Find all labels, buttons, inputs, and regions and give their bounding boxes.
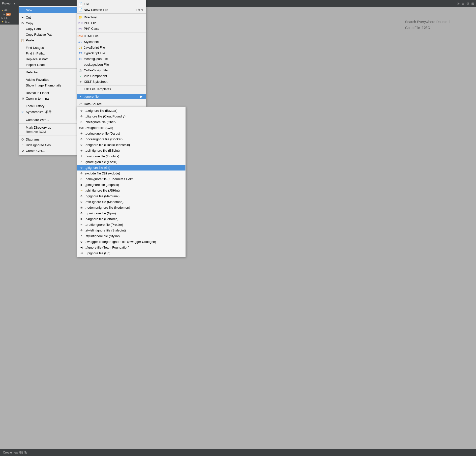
submenu-new-file[interactable]: 📄 File — [77, 1, 146, 7]
toolbar-icon-refresh[interactable]: ⟳ — [457, 2, 460, 5]
toolbar-icon-expand[interactable]: ⊞ — [471, 2, 474, 5]
ignore-stylelintignore[interactable]: ⊙ .stylelintignore file (StyleLint) — [77, 228, 185, 233]
ignore-mtn-ignore[interactable]: ⊙ .mtn-ignore file (Monotone) — [77, 199, 185, 205]
submenu-new-edit-templates[interactable]: Edit File Templates... — [77, 86, 146, 92]
fossil-icon: ↗ — [79, 160, 84, 164]
ignore-flooignore[interactable]: ↗ .flooignore file (Floobits) — [77, 153, 185, 159]
toolbar-dropdown-icon[interactable]: ▼ — [13, 2, 16, 5]
diagrams-icon: ⬡ — [20, 138, 25, 141]
menu-item-synchronize-label: Synchronize '项目' — [26, 110, 52, 114]
submenu-new-scratch[interactable]: 📄 New Scratch File ⇧⌘N — [77, 7, 146, 13]
submenu-new-php-file[interactable]: PHP PHP File — [77, 20, 146, 26]
helmignore-label: .helmignore file (Kubernetes Helm) — [85, 177, 135, 181]
submenu-new-package-json-label: package.json File — [84, 63, 109, 66]
stylelintignore-label: .stylelintignore file (StyleLint) — [85, 228, 126, 232]
ignore-hgignore[interactable]: ⊙ .hgignore file (Mercurial) — [77, 193, 185, 199]
submenu-new-xslt[interactable]: ◈ XSLT Stylesheet — [77, 79, 146, 85]
ignore-stylintignore[interactable]: ƒ .stylintignore file (Stylint) — [77, 233, 185, 239]
chefignore-icon: ⊙ — [79, 120, 84, 124]
toolbar-icon-add[interactable]: ⊕ — [462, 2, 464, 5]
boringignore-label: .boringignore file (Darcs) — [85, 132, 120, 135]
bottom-bar-label: Create new Git file — [3, 451, 28, 454]
submenu-new-php-class-label: PHP Class — [84, 27, 99, 30]
tree-item-project[interactable]: ▼ 项… — [1, 8, 18, 12]
mtn-ignore-icon: ⊙ — [79, 200, 84, 203]
submenu-new-tsconfig[interactable]: TS tsconfig.json File — [77, 56, 146, 62]
stylelintignore-icon: ⊙ — [79, 229, 84, 232]
fossil-label: ignore-glob file (Fossil) — [85, 160, 118, 164]
menu-item-copy-path-label: Copy Path — [26, 27, 41, 31]
tree-item-ex[interactable]: ▶ Ex… — [1, 16, 18, 20]
submenu-new-ignore-file-arrow: ▶ — [138, 95, 143, 98]
menu-item-copy-relative-path-label: Copy Relative Path — [26, 33, 53, 36]
html-icon: HTML — [78, 35, 83, 37]
file-icon: 📄 — [78, 2, 83, 6]
paste-icon: 📋 — [20, 39, 25, 42]
eslintignore-icon: ⊙ — [79, 149, 84, 152]
menu-item-find-usages-label: Find Usages — [26, 46, 44, 50]
ignore-cfignore[interactable]: ⊙ .cfignore file (CloudFoundry) — [77, 114, 185, 119]
directory-icon: 📁 — [78, 15, 83, 19]
ignore-npmignore[interactable]: ⊙ .npmignore file (Npm) — [77, 210, 185, 216]
ignore-tfignore[interactable]: ◀ .tfignore file (Team Foundation) — [77, 245, 185, 250]
ignore-bzrignore[interactable]: ⊙ .bzrignore file (Bazaar) — [77, 108, 185, 114]
goto-file-text: Go to File — [405, 26, 421, 30]
info-panel: Search Everywhere Double ⇧ Go to File ⇧⌘… — [405, 20, 451, 30]
copy-icon: ⧉ — [20, 22, 25, 25]
submenu-new-directory[interactable]: 📁 Directory — [77, 14, 146, 20]
ignore-swagger-codegen[interactable]: ⊙ .swagger-codegen-ignore file (Swagger … — [77, 239, 185, 245]
ignore-dockerignore[interactable]: ⊙ .dockerignore file (Docker) — [77, 136, 185, 142]
scratch-file-icon: 📄 — [78, 8, 83, 12]
ignore-chefignore[interactable]: ⊙ .chefignore file (Chef) — [77, 119, 185, 125]
toolbar-project-label: Project — [2, 2, 11, 5]
toolbar-icon-settings[interactable]: ⚙ — [466, 2, 469, 5]
submenu-new-div3 — [77, 85, 146, 86]
submenu-new-div2 — [77, 32, 146, 32]
search-everywhere-shortcut: Double ⇧ — [436, 20, 451, 24]
ignore-p4ignore[interactable]: ≋ .p4ignore file (Perforce) — [77, 216, 185, 222]
ignore-cvsignore[interactable]: CVS .cvsignore file (Cvs) — [77, 125, 185, 131]
submenu-new-vue[interactable]: V Vue Component — [77, 73, 146, 79]
tree-item-sc[interactable]: ▼ Sc… — [1, 20, 18, 24]
menu-item-inspect-code-label: Inspect Code... — [26, 63, 47, 67]
package-json-icon: {} — [78, 63, 83, 66]
menu-item-hide-ignored-label: Hide ignored files — [26, 143, 51, 147]
submenu-new-package-json[interactable]: {} package.json File — [77, 62, 146, 67]
submenu-new-ignore-file[interactable]: • .ignore file ▶ — [77, 94, 146, 99]
submenu-new-coffeescript[interactable]: ☕ CoffeeScript File — [77, 67, 146, 73]
goto-file-hint: Go to File ⇧⌘O — [405, 26, 451, 30]
submenu-new-stylesheet[interactable]: CSS Stylesheet — [77, 39, 146, 45]
cvsignore-label: .cvsignore file (Cvs) — [85, 126, 113, 130]
ignore-prettierignore[interactable]: ≋ .prettierignore file (Prettier) — [77, 222, 185, 228]
submenu-new-html[interactable]: HTML HTML File — [77, 33, 146, 39]
ignore-ebignore[interactable]: ⊙ .ebignore file (ElasticBeanstalk) — [77, 142, 185, 148]
ignore-helmignore[interactable]: ⊙ .helmignore file (Kubernetes Helm) — [77, 176, 185, 182]
ignore-eslintignore[interactable]: ⊙ .eslintignore file (ESLint) — [77, 148, 185, 153]
ignore-git-exclude[interactable]: ⊙ exclude file (Git exclude) — [77, 171, 185, 176]
nodemonignore-icon: ⊡ — [79, 206, 84, 209]
ignore-fossil[interactable]: ↗ ignore-glob file (Fossil) — [77, 159, 185, 165]
chefignore-label: .chefignore file (Chef) — [85, 120, 116, 124]
menu-item-find-in-path-label: Find in Path... — [26, 52, 46, 55]
submenu-new-ts[interactable]: TS TypeScript File — [77, 50, 146, 56]
ignore-jshintignore[interactable]: JS .jshintignore file (JSHint) — [77, 188, 185, 193]
tsconfig-icon: TS — [78, 57, 83, 60]
submenu-new-js[interactable]: JS JavaScript File — [77, 45, 146, 50]
ignore-nodemonignore[interactable]: ⊡ .nodemonignore file (Nodemon) — [77, 205, 185, 210]
css-icon: CSS — [78, 40, 83, 43]
submenu-new-data-source[interactable]: 🗃 Data Source — [77, 101, 146, 107]
ebignore-icon: ⊙ — [79, 143, 84, 146]
ignore-gitignore[interactable]: ⊙ .gitignore file (Git) — [77, 165, 185, 171]
php-class-icon: PHP — [78, 27, 83, 30]
ignore-jpmignore[interactable]: ≡ .jpmignore file (Jetpack) — [77, 182, 185, 188]
submenu-new-php-class[interactable]: PHP PHP Class — [77, 26, 146, 31]
submenu-new-edit-templates-label: Edit File Templates... — [84, 87, 114, 91]
tree-item-api[interactable]: ▶ API — [1, 12, 18, 16]
js-icon: JS — [78, 46, 83, 49]
flooignore-icon: ↗ — [79, 155, 84, 158]
search-everywhere-text: Search Everywhere — [405, 20, 436, 24]
ignore-boringignore[interactable]: ⊙ .boringignore file (Darcs) — [77, 131, 185, 136]
menu-item-create-gist-label: Create Gist... — [26, 149, 45, 153]
ignore-upignore[interactable]: UP .upignore file (Up) — [77, 250, 185, 256]
php-file-icon: PHP — [78, 22, 83, 25]
